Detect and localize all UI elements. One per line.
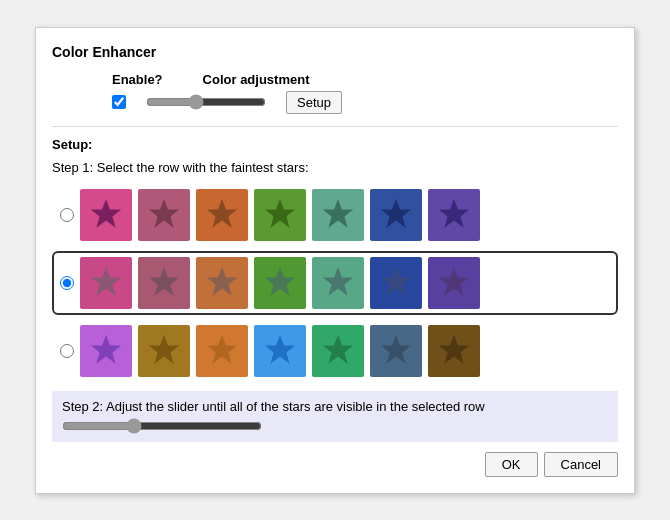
color-adjustment-label: Color adjustment	[203, 72, 310, 87]
star-cell-r1-s3	[254, 257, 306, 309]
star-cell-r1-s2	[196, 257, 248, 309]
star-row-2	[52, 321, 618, 381]
cancel-button[interactable]: Cancel	[544, 452, 618, 477]
star-icon-r0-s4	[318, 195, 358, 235]
row-radio-2[interactable]	[60, 344, 74, 358]
star-icon-r0-s2	[202, 195, 242, 235]
star-cell-r0-s0	[80, 189, 132, 241]
star-cell-r1-s6	[428, 257, 480, 309]
star-rows-container	[52, 185, 618, 381]
color-adjustment-slider-area	[146, 94, 266, 110]
star-cell-r0-s6	[428, 189, 480, 241]
star-icon-r0-s5	[376, 195, 416, 235]
star-cell-r0-s5	[370, 189, 422, 241]
dialog-title: Color Enhancer	[52, 44, 618, 60]
star-icon-r2-s1	[144, 331, 184, 371]
star-icon-r1-s1	[144, 263, 184, 303]
star-icon-r1-s3	[260, 263, 300, 303]
star-cell-r1-s0	[80, 257, 132, 309]
step2-text: Step 2: Adjust the slider until all of t…	[62, 399, 485, 414]
star-cell-r2-s0	[80, 325, 132, 377]
star-icon-r2-s2	[202, 331, 242, 371]
divider	[52, 126, 618, 127]
star-cell-r2-s2	[196, 325, 248, 377]
star-row-0	[52, 185, 618, 245]
star-icon-r2-s0	[86, 331, 126, 371]
color-enhancer-dialog: Color Enhancer Enable? Color adjustment …	[35, 27, 635, 494]
star-icon-r2-s6	[434, 331, 474, 371]
star-icon-r1-s6	[434, 263, 474, 303]
step2-area: Step 2: Adjust the slider until all of t…	[52, 391, 618, 442]
star-icon-r0-s1	[144, 195, 184, 235]
color-adjustment-slider[interactable]	[146, 94, 266, 110]
star-cell-r1-s4	[312, 257, 364, 309]
setup-section-label: Setup:	[52, 137, 618, 152]
enable-checkbox-area	[112, 95, 126, 109]
row-radio-1[interactable]	[60, 276, 74, 290]
setup-button[interactable]: Setup	[286, 91, 342, 114]
star-cell-r0-s2	[196, 189, 248, 241]
star-icon-r1-s5	[376, 263, 416, 303]
star-icon-r1-s2	[202, 263, 242, 303]
star-cell-r2-s4	[312, 325, 364, 377]
step2-slider[interactable]	[62, 418, 262, 434]
star-cell-r2-s5	[370, 325, 422, 377]
row-radio-0[interactable]	[60, 208, 74, 222]
star-row-1	[52, 251, 618, 315]
star-icon-r2-s4	[318, 331, 358, 371]
star-cell-r1-s5	[370, 257, 422, 309]
star-icon-r2-s5	[376, 331, 416, 371]
star-cell-r0-s3	[254, 189, 306, 241]
star-icon-r2-s3	[260, 331, 300, 371]
ok-button[interactable]: OK	[485, 452, 538, 477]
star-cell-r0-s4	[312, 189, 364, 241]
bottom-buttons: OK Cancel	[52, 452, 618, 477]
star-cell-r2-s6	[428, 325, 480, 377]
star-cell-r2-s1	[138, 325, 190, 377]
star-cell-r0-s1	[138, 189, 190, 241]
enable-label: Enable?	[112, 72, 163, 87]
star-icon-r1-s4	[318, 263, 358, 303]
star-icon-r0-s6	[434, 195, 474, 235]
star-icon-r0-s3	[260, 195, 300, 235]
star-icon-r0-s0	[86, 195, 126, 235]
enable-checkbox[interactable]	[112, 95, 126, 109]
star-icon-r1-s0	[86, 263, 126, 303]
star-cell-r2-s3	[254, 325, 306, 377]
step1-label: Step 1: Select the row with the faintest…	[52, 160, 618, 175]
star-cell-r1-s1	[138, 257, 190, 309]
